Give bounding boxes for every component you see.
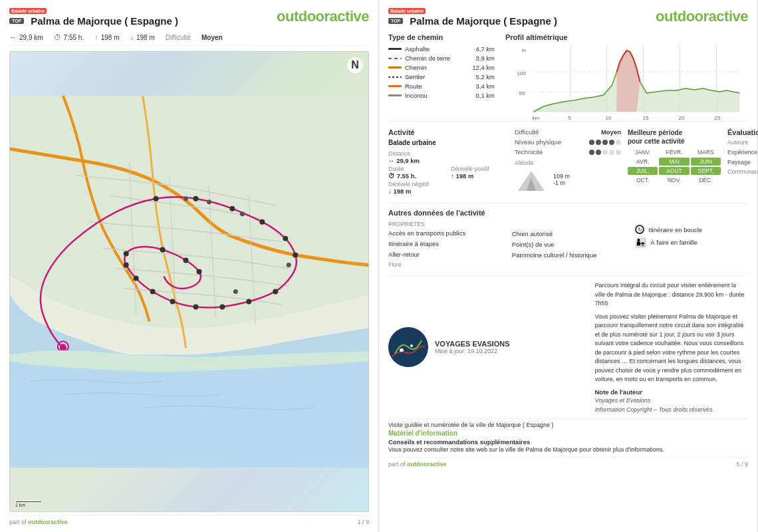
data-columns: Propriétés Accès en transports publics I… xyxy=(388,221,748,269)
author-logo xyxy=(388,327,428,367)
activity-section: Activité Balade urbaine Distance ↔ 29,9 … xyxy=(388,121,748,195)
scale-bar: 1 km xyxy=(15,501,42,507)
author-info: VOYAGES EVASIONS Mise à jour: 19.10.2022 xyxy=(435,340,588,354)
left-top-badge: TOP xyxy=(9,18,24,24)
loop-icon: ↻ xyxy=(635,225,644,234)
path-type-title: Type de chemin xyxy=(388,33,495,41)
communaute-label: Communauté xyxy=(727,168,758,175)
right-footer-brand: part of outdooractive xyxy=(388,461,447,467)
distinction-boucle: ↻ Itinéraire en boucle xyxy=(635,225,748,234)
chien-autorise: Chien autorisé xyxy=(512,230,625,237)
profile-svg: m 100 50 km 5 10 15 20 25 xyxy=(505,45,748,122)
right-top-badge: TOP xyxy=(388,18,403,24)
itineraire-etapes: Itinéraire à étapes xyxy=(388,240,501,247)
eval-paysage: Paysage ●●●●●● xyxy=(727,158,758,166)
left-category-badge: Balade urbaine xyxy=(9,8,178,14)
right-category-badge: Balade urbaine xyxy=(388,8,557,14)
path-item-chemin-terre: Chemin de terre 3,9 km xyxy=(388,55,495,62)
svg-marker-46 xyxy=(617,51,640,112)
svg-point-6 xyxy=(283,236,288,241)
best-period-section: Meilleure périodepour cette activité JAN… xyxy=(628,128,721,195)
left-page-number: 1 / 9 xyxy=(357,519,369,525)
activity-main: Activité Balade urbaine Distance ↔ 29,9 … xyxy=(388,128,508,195)
svg-text:100: 100 xyxy=(517,70,527,76)
path-item-route: Route 3,4 km xyxy=(388,82,495,90)
svg-point-4 xyxy=(229,206,235,211)
elev-down-icon: ↓ xyxy=(130,33,134,41)
note-auteur-label: Note de l'auteur xyxy=(595,388,749,396)
description-section: Parcours intégral du circuit pour visite… xyxy=(595,281,749,413)
svg-text:20: 20 xyxy=(679,115,685,121)
clock-icon: ⏱ xyxy=(54,33,61,41)
month-juin: JUIN xyxy=(691,158,721,166)
month-sept: SEPT. xyxy=(691,167,721,175)
svg-text:50: 50 xyxy=(519,90,525,96)
diff-row-technique: Technicité xyxy=(515,148,621,156)
svg-point-7 xyxy=(293,253,298,258)
desc-long: Vous pouvez visiter pleinement Palma de … xyxy=(595,313,749,384)
svg-rect-27 xyxy=(10,354,368,467)
stat-duration-right: Durée ⏱ 7.55 h. xyxy=(388,166,445,180)
other-data-section: Autres données de l'activité Propriétés … xyxy=(388,203,748,269)
left-brand-logo: outdooractive xyxy=(277,8,369,25)
month-avr: AVR. xyxy=(628,158,658,166)
stat-time: ⏱ 7:55 h. xyxy=(54,33,84,41)
stat-deniv-pos: Dénivelé positif ↑ 198 m xyxy=(451,166,508,180)
right-page-title: TOP Palma de Majorque ( Espagne ) xyxy=(388,15,557,27)
evaluations-section: Évaluations Auteurs Expérience ●●●●●● Pa… xyxy=(727,128,758,195)
compass-icon: N xyxy=(347,57,363,73)
altitude-info: Altitude 109 m -1 m xyxy=(515,158,621,191)
profile-section: Profil altimétrique m 100 50 km 5 10 15 xyxy=(505,33,748,112)
path-line-route xyxy=(388,85,402,87)
author-date: Mise à jour: 19.10.2022 xyxy=(435,348,588,354)
distinctions: ↻ Itinéraire en boucle 👨‍👧 À faire en fa… xyxy=(635,225,748,247)
svg-point-16 xyxy=(124,251,129,257)
path-item-inconnu: Inconnu 0,1 km xyxy=(388,92,495,99)
svg-point-3 xyxy=(193,196,198,201)
month-mai: MAI xyxy=(659,158,689,166)
points-de-vue: Point(s) de vue xyxy=(512,241,625,248)
right-page-number: 5 / 9 xyxy=(736,461,748,467)
svg-point-12 xyxy=(170,299,176,304)
profile-chart: m 100 50 km 5 10 15 20 25 xyxy=(505,45,748,112)
path-item-chemin: Chemin 12,4 km xyxy=(388,64,495,71)
author-logo-svg xyxy=(388,327,428,367)
month-oct: OCT. xyxy=(628,176,658,184)
other-data-title: Autres données de l'activité xyxy=(388,209,748,217)
evaluations-title: Évaluations xyxy=(727,128,758,136)
technique-dots xyxy=(589,150,621,155)
month-fevr: FÉVR. xyxy=(659,148,689,156)
author-section: VOYAGES EVASIONS Mise à jour: 19.10.2022… xyxy=(388,275,748,413)
visite-text: Visite guidée et numérotée de la ville d… xyxy=(388,418,748,428)
left-footer-brand: part of outdooractive xyxy=(9,519,68,525)
family-icon: 👨‍👧 xyxy=(635,237,646,247)
right-header: Balade urbaine TOP Palma de Majorque ( E… xyxy=(388,8,748,31)
svg-point-21 xyxy=(184,196,188,201)
svg-text:km: km xyxy=(533,115,540,121)
elev-up-icon: ↑ xyxy=(94,33,98,41)
month-dec: DÉC. xyxy=(691,176,721,184)
path-type-section: Type de chemin Asphalte 4,7 km Chemin de… xyxy=(388,33,495,112)
best-period-title: Meilleure périodepour cette activité xyxy=(628,128,721,146)
data-col-right: Chien autorisé Point(s) de vue Patrimoin… xyxy=(512,221,625,269)
patrimoine: Patrimoine culturel / historique xyxy=(512,251,625,259)
left-category-icon: Balade urbaine xyxy=(9,8,47,14)
path-line-chemin xyxy=(388,66,402,68)
svg-point-10 xyxy=(219,304,225,309)
left-stats-bar: ↔ 29,9 km ⏱ 7:55 h. ↑ 198 m ↓ 198 m Diff… xyxy=(9,33,369,46)
svg-point-20 xyxy=(233,289,238,294)
aller-retour: Aller-retour xyxy=(388,251,501,258)
svg-point-15 xyxy=(124,263,129,268)
svg-text:25: 25 xyxy=(715,115,721,121)
left-page-title: TOP Palma de Majorque ( Espagne ) xyxy=(9,15,178,27)
path-line-inconnu xyxy=(388,94,402,96)
svg-point-22 xyxy=(207,200,211,204)
month-juil: JUIL. xyxy=(628,167,658,175)
activity-stats: Distance ↔ 29,9 km Durée ⏱ 7.55 h. Déniv… xyxy=(388,150,508,195)
conseils-text: Vous pouvez consulter notre site web sur… xyxy=(388,446,748,453)
svg-point-9 xyxy=(246,299,251,304)
month-janv: JANV. xyxy=(628,148,658,156)
activity-title: Activité xyxy=(388,128,508,136)
distance-icon: ↔ xyxy=(9,33,17,41)
svg-point-26 xyxy=(61,344,66,349)
